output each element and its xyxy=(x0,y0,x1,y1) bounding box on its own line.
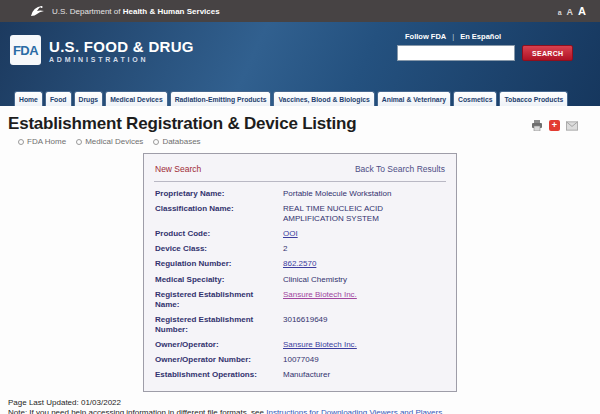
fda-header: FDA U.S. FOOD & DRUG ADMINISTRATION Foll… xyxy=(0,22,600,106)
row-label: Classification Name: xyxy=(155,204,283,224)
en-espanol-link[interactable]: En Español xyxy=(460,32,501,41)
table-row: Proprietary Name: Portable Molecule Work… xyxy=(154,186,446,201)
page-root: U.S. Department of Health & Human Servic… xyxy=(0,0,600,414)
text-size-small-button[interactable]: a xyxy=(558,9,562,16)
fda-title-line1: U.S. FOOD & DRUG xyxy=(49,38,194,55)
row-label: Medical Specialty: xyxy=(155,275,283,285)
page-action-icons: + xyxy=(531,120,578,131)
row-value: OOI xyxy=(283,229,298,238)
table-row: Device Class: 2 xyxy=(154,242,446,257)
share-icon[interactable]: + xyxy=(549,120,560,131)
device-detail-panel: New Search Back To Search Results Propri… xyxy=(143,153,457,392)
row-label: Establishment Operations: xyxy=(155,370,283,380)
table-row: Registered Establishment Name: Sansure B… xyxy=(154,287,446,312)
table-row: Medical Specialty: Clinical Chemistry xyxy=(154,272,446,287)
nav-tab[interactable]: Food xyxy=(45,91,72,106)
page-title: Establishment Registration & Device List… xyxy=(8,114,356,134)
fda-logo[interactable]: FDA xyxy=(10,35,41,65)
table-row: Owner/Operator: Sansure Biotech Inc. xyxy=(154,338,446,353)
row-value: Sansure Biotech Inc. xyxy=(283,290,357,299)
table-row: Owner/Operator Number: 10077049 xyxy=(154,353,446,368)
row-value: 862.2570 xyxy=(283,259,316,268)
fda-brand: FDA U.S. FOOD & DRUG ADMINISTRATION xyxy=(10,35,194,65)
breadcrumb-label: Databases xyxy=(162,137,200,146)
follow-fda-link[interactable]: Follow FDA xyxy=(405,32,446,41)
breadcrumb-bullet-icon xyxy=(18,139,24,145)
nav-tab[interactable]: Cosmetics xyxy=(453,91,497,106)
row-value: Sansure Biotech Inc. xyxy=(283,340,357,349)
nav-tab[interactable]: Drugs xyxy=(74,91,104,106)
hhs-dept-name: Health & Human Services xyxy=(123,7,220,16)
breadcrumb-item[interactable]: FDA Home xyxy=(18,137,66,146)
main-nav-tabs: Home Food Drugs Medical Devices Radiatio… xyxy=(14,91,592,106)
nav-tab[interactable]: Medical Devices xyxy=(105,91,168,106)
email-icon[interactable] xyxy=(566,120,578,131)
row-value: 2 xyxy=(283,244,287,253)
row-label: Device Class: xyxy=(155,244,283,254)
breadcrumb-item[interactable]: Databases xyxy=(153,137,200,146)
table-row: Classification Name: REAL TIME NUCLEIC A… xyxy=(154,201,446,226)
header-links-separator: | xyxy=(452,32,454,41)
row-label: Proprietary Name: xyxy=(155,189,283,199)
row-label: Owner/Operator: xyxy=(155,340,283,350)
row-value: Portable Molecule Workstation xyxy=(283,189,391,198)
row-value: Manufacturer xyxy=(283,370,330,379)
table-row: Product Code: OOI xyxy=(154,226,446,241)
row-value: 3016619649 xyxy=(283,315,328,324)
hhs-dept-text[interactable]: U.S. Department of Health & Human Servic… xyxy=(52,7,220,16)
row-label: Registered Establishment Name: xyxy=(155,290,283,310)
hhs-dept-prefix: U.S. Department of xyxy=(52,7,120,16)
row-value: Clinical Chemistry xyxy=(283,275,347,284)
header-search-area: Follow FDA | En Español SEARCH xyxy=(397,32,567,61)
fda-title-line2: ADMINISTRATION xyxy=(49,56,194,63)
row-label: Product Code: xyxy=(155,229,283,239)
hhs-eagle-icon xyxy=(30,4,45,18)
downloading-viewers-link[interactable]: Instructions for Downloading Viewers and… xyxy=(266,408,442,414)
breadcrumb-item[interactable]: Medical Devices xyxy=(76,137,143,146)
hhs-top-bar: U.S. Department of Health & Human Servic… xyxy=(0,0,600,22)
table-row: Registered Establishment Number: 3016619… xyxy=(154,312,446,337)
row-value: 10077049 xyxy=(283,355,319,364)
breadcrumb-bullet-icon xyxy=(153,139,159,145)
last-updated-text: Page Last Updated: 01/03/2022 xyxy=(8,398,592,408)
breadcrumb: FDA Home Medical Devices Databases xyxy=(8,134,356,146)
breadcrumb-label: Medical Devices xyxy=(85,137,143,146)
text-size-controls: a A A xyxy=(558,5,586,17)
text-size-medium-button[interactable]: A xyxy=(567,7,574,17)
row-label: Owner/Operator Number: xyxy=(155,355,283,365)
print-icon[interactable] xyxy=(531,120,543,131)
new-search-link[interactable]: New Search xyxy=(155,164,201,174)
back-to-search-results-link[interactable]: Back To Search Results xyxy=(355,164,445,174)
nav-tab[interactable]: Tobacco Products xyxy=(499,91,568,106)
search-button[interactable]: SEARCH xyxy=(522,45,573,61)
breadcrumb-bullet-icon xyxy=(76,139,82,145)
nav-tab[interactable]: Radiation-Emitting Products xyxy=(170,91,272,106)
formats-note: Note: If you need help accessing informa… xyxy=(8,408,592,414)
device-detail-table: Proprietary Name: Portable Molecule Work… xyxy=(154,186,446,383)
breadcrumb-label: FDA Home xyxy=(27,137,66,146)
nav-tab[interactable]: Home xyxy=(14,91,43,106)
main-content: Establishment Registration & Device List… xyxy=(0,106,600,414)
nav-tab[interactable]: Animal & Veterinary xyxy=(377,91,451,106)
row-value: REAL TIME NUCLEIC ACID AMPLIFICATION SYS… xyxy=(283,204,383,223)
table-row: Establishment Operations: Manufacturer xyxy=(154,368,446,383)
table-row: Regulation Number: 862.2570 xyxy=(154,257,446,272)
row-label: Registered Establishment Number: xyxy=(155,315,283,335)
search-input[interactable] xyxy=(397,45,515,61)
page-info: Page Last Updated: 01/03/2022 Note: If y… xyxy=(0,392,600,414)
nav-tab[interactable]: Vaccines, Blood & Biologics xyxy=(273,91,374,106)
row-label: Regulation Number: xyxy=(155,259,283,269)
text-size-large-button[interactable]: A xyxy=(578,5,586,17)
